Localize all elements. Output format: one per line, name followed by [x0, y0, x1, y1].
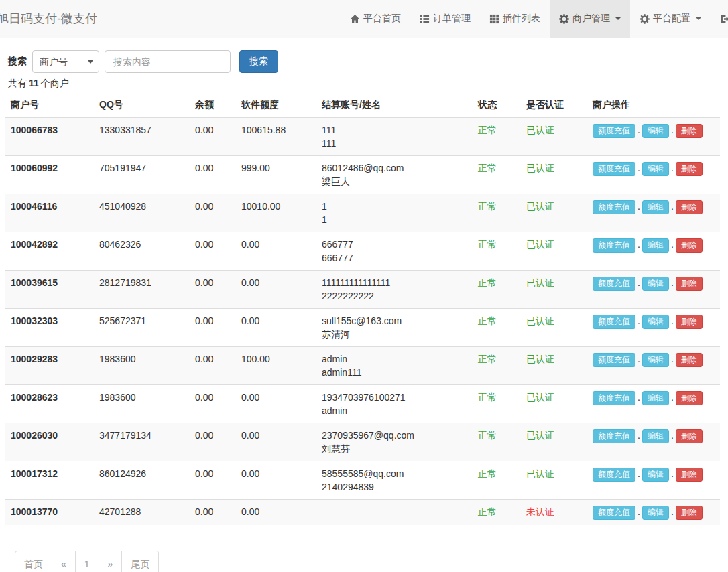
nav-item-platform-config[interactable]: 平台配置 — [630, 0, 711, 38]
status-badge: 正常 — [478, 392, 497, 403]
holder-line: 666777 — [322, 251, 467, 265]
edit-button[interactable]: 编辑 — [642, 429, 669, 443]
action-separator: . — [671, 239, 674, 250]
nav-item-merchants[interactable]: 商户管理 — [550, 0, 630, 38]
nav-item-label: 插件列表 — [503, 13, 540, 25]
delete-button[interactable]: 删除 — [676, 315, 703, 329]
nav-item-label: 订单管理 — [433, 13, 471, 25]
table-row: 10003961528127198310.000.001111111111111… — [5, 271, 720, 309]
edit-button[interactable]: 编辑 — [642, 506, 669, 520]
actions-cell: 额度充值.编辑.删除 — [587, 385, 720, 423]
quota-recharge-button[interactable]: 额度充值 — [593, 162, 635, 176]
pagination-last-page[interactable]: 尾页 — [122, 551, 159, 572]
delete-button[interactable]: 删除 — [676, 391, 703, 405]
edit-button[interactable]: 编辑 — [642, 468, 669, 482]
settlement-account-cell: 666777666777 — [316, 232, 473, 271]
search-button[interactable]: 搜索 — [239, 50, 278, 73]
nav-item-plugins[interactable]: 插件列表 — [480, 0, 550, 38]
search-field-select[interactable]: 商户号 — [32, 50, 99, 73]
nav-item-home[interactable]: 平台首页 — [341, 0, 410, 38]
holder-line: 刘慧芬 — [322, 442, 467, 455]
status-cell: 正常 — [473, 117, 521, 156]
action-separator: . — [671, 277, 674, 288]
edit-button[interactable]: 编辑 — [642, 277, 669, 291]
software-quota-cell: 0.00 — [236, 271, 316, 309]
search-label: 搜索 — [8, 56, 27, 68]
qq-cell: 80462326 — [94, 232, 190, 271]
pagination-next-page[interactable]: » — [99, 551, 123, 572]
status-cell: 正常 — [473, 309, 521, 347]
col-header-balance: 余额 — [190, 92, 236, 117]
verified-badge: 已认证 — [526, 239, 554, 250]
quota-recharge-button[interactable]: 额度充值 — [593, 391, 635, 405]
software-quota-cell: 0.00 — [236, 461, 316, 500]
edit-button[interactable]: 编辑 — [642, 162, 669, 176]
verified-cell: 已认证 — [521, 347, 587, 385]
action-separator: . — [638, 315, 640, 326]
software-quota-cell: 0.00 — [236, 500, 316, 526]
status-badge: 正常 — [478, 239, 497, 250]
nav-item-logout[interactable]: 退出 — [711, 0, 728, 38]
action-separator: . — [638, 163, 640, 173]
col-header-status: 状态 — [473, 92, 521, 117]
app-title: 旭日码支付-微支付 — [0, 0, 97, 38]
edit-button[interactable]: 编辑 — [642, 391, 669, 405]
summary-suffix: 个商户 — [41, 78, 69, 88]
merchant-id-cell: 100066783 — [5, 117, 94, 156]
delete-button[interactable]: 删除 — [676, 162, 703, 176]
delete-button[interactable]: 删除 — [676, 200, 703, 214]
nav-item-label: 商户管理 — [572, 13, 610, 25]
delete-button[interactable]: 删除 — [676, 353, 703, 367]
edit-button[interactable]: 编辑 — [642, 124, 669, 138]
edit-button[interactable]: 编辑 — [642, 200, 669, 214]
actions-cell: 额度充值.编辑.删除 — [587, 500, 720, 526]
quota-recharge-button[interactable]: 额度充值 — [593, 200, 635, 214]
edit-button[interactable]: 编辑 — [642, 315, 669, 329]
delete-button[interactable]: 删除 — [676, 506, 703, 520]
pagination-prev-page[interactable]: « — [52, 551, 76, 572]
balance-cell: 0.00 — [190, 309, 236, 347]
account-line: 111 — [322, 123, 467, 137]
delete-button[interactable]: 删除 — [676, 124, 703, 138]
edit-button[interactable]: 编辑 — [642, 238, 669, 253]
quota-recharge-button[interactable]: 额度充值 — [593, 124, 635, 138]
actions-cell: 额度充值.编辑.删除 — [587, 194, 720, 232]
verified-badge: 已认证 — [526, 354, 554, 364]
balance-cell: 0.00 — [190, 461, 236, 500]
merchant-id-cell: 100039615 — [5, 271, 94, 309]
status-cell: 正常 — [473, 461, 521, 500]
pagination-page-1[interactable]: 1 — [76, 551, 99, 572]
merchant-id-cell: 100013770 — [5, 500, 94, 526]
delete-button[interactable]: 删除 — [676, 238, 703, 253]
verified-badge: 已认证 — [526, 125, 554, 135]
pagination-first-page[interactable]: 首页 — [15, 551, 52, 572]
search-input[interactable] — [105, 50, 231, 73]
quota-recharge-button[interactable]: 额度充值 — [593, 468, 635, 482]
status-badge: 正常 — [478, 430, 497, 441]
quota-recharge-button[interactable]: 额度充值 — [593, 429, 635, 443]
delete-button[interactable]: 删除 — [676, 468, 703, 482]
gear-icon — [640, 14, 650, 24]
status-badge: 正常 — [478, 354, 497, 364]
verified-cell: 已认证 — [521, 309, 587, 347]
status-badge: 正常 — [478, 277, 497, 288]
delete-button[interactable]: 删除 — [676, 429, 703, 443]
top-navbar: 旭日码支付-微支付 平台首页订单管理插件列表商户管理平台配置退出 — [0, 0, 728, 38]
delete-button[interactable]: 删除 — [676, 277, 703, 291]
holder-line: admin — [322, 404, 467, 417]
quota-recharge-button[interactable]: 额度充值 — [593, 238, 635, 253]
verified-badge: 已认证 — [526, 315, 554, 326]
verified-badge: 已认证 — [526, 163, 554, 173]
settlement-account-cell: sull155c@163.com苏清河 — [316, 309, 473, 347]
quota-recharge-button[interactable]: 额度充值 — [593, 277, 635, 291]
nav-item-orders[interactable]: 订单管理 — [410, 0, 480, 38]
quota-recharge-button[interactable]: 额度充值 — [593, 353, 635, 367]
col-header-actions: 商户操作 — [587, 92, 720, 117]
qq-cell: 42701288 — [94, 500, 190, 526]
quota-recharge-button[interactable]: 额度充值 — [593, 315, 635, 329]
nav-menu: 平台首页订单管理插件列表商户管理平台配置退出 — [341, 0, 728, 38]
edit-button[interactable]: 编辑 — [642, 353, 669, 367]
status-cell: 正常 — [473, 500, 521, 526]
quota-recharge-button[interactable]: 额度充值 — [593, 506, 635, 520]
verified-badge: 未认证 — [526, 506, 554, 517]
